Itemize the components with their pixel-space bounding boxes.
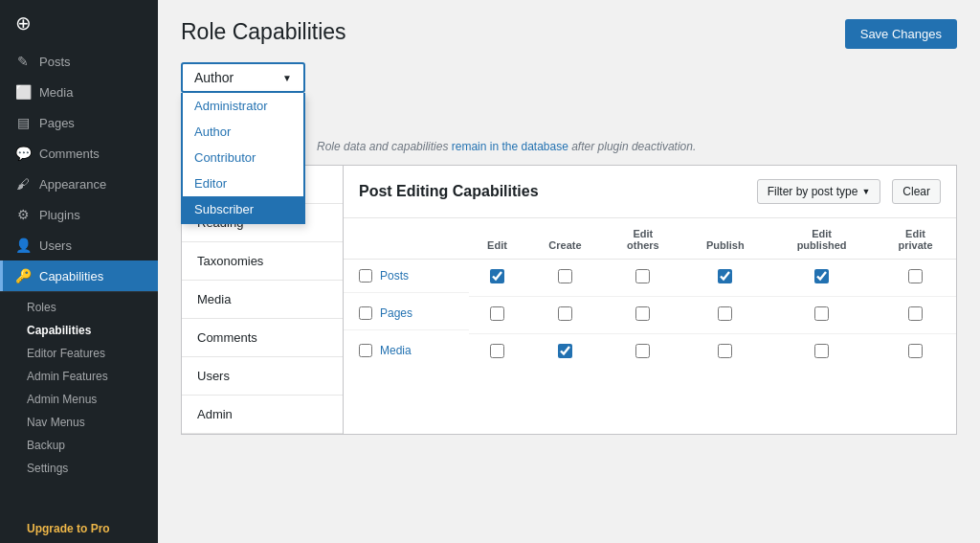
role-option-contributor[interactable]: Contributor (183, 145, 303, 170)
posts-edit-published-checkbox[interactable] (814, 269, 829, 283)
posts-label[interactable]: Posts (380, 269, 409, 283)
posts-edit-private-cell (875, 260, 956, 297)
sidebar-sub-capabilities[interactable]: Capabilities (0, 319, 158, 342)
media-publish-checkbox[interactable] (718, 344, 732, 358)
sidebar-sub-editor-features[interactable]: Editor Features (0, 342, 158, 365)
col-header-edit-others: Editothers (604, 218, 681, 260)
pages-edit-published-checkbox[interactable] (814, 306, 829, 321)
media-publish-cell (681, 334, 768, 372)
media-edit-cell (469, 334, 526, 372)
sidebar-sub-settings[interactable]: Settings (0, 457, 158, 480)
posts-edit-checkbox[interactable] (490, 269, 504, 283)
sidebar-nav: ✎ Posts ⬜ Media ▤ Pages 💬 Comments 🖌 App… (0, 46, 158, 291)
pages-create-checkbox[interactable] (558, 306, 572, 321)
sidebar-item-plugins[interactable]: ⚙ Plugins (0, 199, 158, 230)
role-option-editor[interactable]: Editor (183, 170, 303, 196)
upgrade-to-pro[interactable]: Upgrade to Pro (0, 514, 158, 543)
sidebar-item-capabilities[interactable]: 🔑 Capabilities (0, 260, 158, 291)
table-row: Media (344, 334, 956, 372)
role-selector-row: Author ▼ Administrator Author Contributo… (181, 62, 957, 153)
sidebar-item-comments[interactable]: 💬 Comments (0, 138, 158, 169)
category-admin[interactable]: Admin (182, 396, 343, 434)
role-select-button[interactable]: Author ▼ (181, 62, 305, 93)
sidebar-submenu: Roles Capabilities Editor Features Admin… (0, 291, 158, 484)
category-comments[interactable]: Comments (182, 319, 343, 357)
media-edit-checkbox[interactable] (490, 344, 504, 358)
role-option-subscriber[interactable]: Subscriber (183, 196, 303, 222)
main-content: Role Capabilities Save Changes Author ▼ … (158, 0, 980, 543)
posts-row-checkbox[interactable] (359, 269, 372, 283)
category-media[interactable]: Media (182, 281, 343, 319)
table-row: Posts (344, 260, 956, 297)
role-dropdown-wrapper: Author ▼ Administrator Author Contributo… (181, 62, 305, 93)
pages-edit-checkbox[interactable] (490, 306, 504, 321)
sidebar-sub-admin-menus[interactable]: Admin Menus (0, 388, 158, 411)
role-option-administrator[interactable]: Administrator (183, 93, 303, 119)
posts-edit-private-checkbox[interactable] (908, 269, 923, 283)
role-dropdown-menu: Administrator Author Contributor Editor … (181, 93, 305, 224)
pages-edit-cell (469, 297, 526, 334)
selected-role-label: Author (194, 70, 234, 85)
capabilities-icon: 🔑 (14, 268, 32, 283)
sidebar-item-pages[interactable]: ▤ Pages (0, 107, 158, 138)
posts-publish-checkbox[interactable] (718, 269, 732, 283)
capabilities-table: Edit Create Editothers Publish Editpubli… (344, 218, 956, 371)
filter-by-post-type-button[interactable]: Filter by post type ▼ (757, 179, 881, 204)
pages-create-cell (525, 297, 604, 334)
category-taxonomies[interactable]: Taxonomies (182, 242, 343, 281)
page-header: Role Capabilities Save Changes (181, 19, 957, 58)
sidebar-sub-roles[interactable]: Roles (0, 296, 158, 319)
posts-edit-others-cell (604, 260, 681, 297)
post-type-posts-cell: Posts (344, 260, 469, 293)
col-header-edit-private: Editprivate (875, 218, 956, 260)
media-edit-private-checkbox[interactable] (908, 344, 923, 358)
pages-edit-private-checkbox[interactable] (908, 306, 923, 321)
pages-edit-others-checkbox[interactable] (635, 306, 650, 321)
posts-create-checkbox[interactable] (558, 269, 572, 283)
role-option-author[interactable]: Author (183, 119, 303, 145)
media-edit-others-cell (604, 334, 681, 372)
capabilities-section-title: Post Editing Capabilities (359, 183, 746, 200)
pages-publish-checkbox[interactable] (718, 306, 732, 321)
sidebar-item-media[interactable]: ⬜ Media (0, 77, 158, 107)
media-label[interactable]: Media (380, 344, 412, 357)
media-edit-private-cell (875, 334, 956, 372)
table-header-row: Edit Create Editothers Publish Editpubli… (344, 218, 956, 260)
sidebar-item-appearance[interactable]: 🖌 Appearance (0, 169, 158, 199)
plugins-icon: ⚙ (14, 207, 32, 222)
col-header-edit-published: Editpublished (768, 218, 875, 260)
sidebar-sub-nav-menus[interactable]: Nav Menus (0, 411, 158, 434)
col-header-publish: Publish (681, 218, 768, 260)
comments-icon: 💬 (14, 146, 32, 161)
clear-filter-button[interactable]: Clear (892, 179, 941, 204)
sidebar-sub-backup[interactable]: Backup (0, 434, 158, 457)
media-create-cell (525, 334, 604, 372)
posts-icon: ✎ (14, 54, 32, 69)
media-edit-published-checkbox[interactable] (814, 344, 829, 358)
pages-row-checkbox[interactable] (359, 306, 372, 320)
col-header-create: Create (525, 218, 604, 260)
pages-label[interactable]: Pages (380, 306, 412, 320)
posts-edit-others-checkbox[interactable] (635, 269, 650, 283)
page-title: Role Capabilities (181, 19, 346, 45)
category-users[interactable]: Users (182, 357, 343, 396)
sidebar-item-users[interactable]: 👤 Users (0, 230, 158, 260)
posts-publish-cell (681, 260, 768, 297)
media-edit-others-checkbox[interactable] (635, 344, 650, 358)
posts-create-cell (525, 260, 604, 297)
posts-edit-cell (469, 260, 526, 297)
post-type-pages-cell: Pages (344, 297, 469, 330)
save-changes-button[interactable]: Save Changes (845, 19, 957, 49)
pages-publish-cell (681, 297, 768, 334)
pages-edit-others-cell (604, 297, 681, 334)
sidebar-sub-admin-features[interactable]: Admin Features (0, 365, 158, 388)
pages-edit-published-cell (768, 297, 875, 334)
col-header-edit: Edit (469, 218, 526, 260)
media-row-checkbox[interactable] (359, 344, 372, 357)
media-icon: ⬜ (14, 84, 32, 100)
sidebar-item-posts[interactable]: ✎ Posts (0, 46, 158, 77)
filter-chevron-icon: ▼ (861, 187, 870, 196)
media-create-checkbox[interactable] (558, 344, 572, 358)
dropdown-chevron-icon: ▼ (282, 73, 292, 83)
table-row: Pages (344, 297, 956, 334)
